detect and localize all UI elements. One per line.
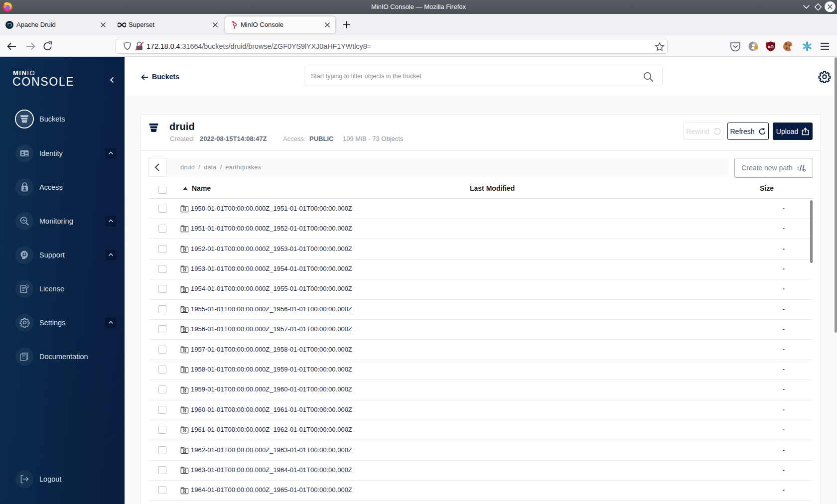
svg-text:uO: uO — [768, 44, 774, 49]
